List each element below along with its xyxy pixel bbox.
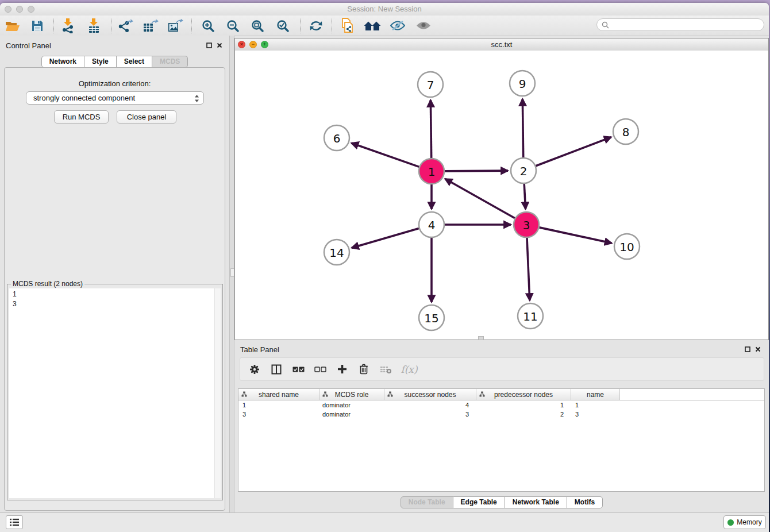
window-title: Session: New Session <box>0 3 769 16</box>
open-session-button[interactable] <box>4 17 21 34</box>
network-graph[interactable]: 7968124314101511 <box>235 51 768 340</box>
create-column-button[interactable] <box>331 364 353 374</box>
plus-icon <box>337 364 347 374</box>
panel-splitter[interactable] <box>229 36 234 513</box>
splitter-grip[interactable] <box>230 268 234 277</box>
zoom-out-button[interactable] <box>224 17 241 34</box>
list-icon <box>9 518 20 526</box>
export-table-button[interactable] <box>142 17 159 34</box>
zoom-fit-button[interactable] <box>249 17 266 34</box>
tab-style[interactable]: Style <box>84 56 117 68</box>
hide-selected-button[interactable] <box>389 17 406 34</box>
zoom-in-button[interactable] <box>199 17 217 34</box>
task-history-button[interactable] <box>6 515 23 529</box>
table-row[interactable]: 1 dominator 4 1 1 <box>238 400 764 410</box>
column-header-predecessor-nodes[interactable]: predecessor nodes <box>476 389 571 400</box>
zoom-selected-button[interactable] <box>274 17 291 34</box>
unselect-all-columns-button[interactable] <box>309 366 331 373</box>
graph-edge-3-1[interactable] <box>445 179 515 218</box>
table-row[interactable]: 3 dominator 3 2 3 <box>238 410 764 419</box>
close-panel-icon[interactable] <box>215 42 224 49</box>
graph-node-label-11: 11 <box>523 310 537 323</box>
function-builder-button[interactable]: f(x) <box>396 364 422 375</box>
show-all-button[interactable] <box>415 17 432 34</box>
tab-node-table[interactable]: Node Table <box>401 496 453 508</box>
node-table: shared name MCDS role successor nodes <box>238 388 765 492</box>
network-canvas[interactable]: 7968124314101511 <box>235 51 768 340</box>
export-network-button[interactable] <box>117 17 134 34</box>
toolbar-separator <box>332 18 332 33</box>
column-header-mcds-role[interactable]: MCDS role <box>319 389 384 400</box>
graph-edge-3-11[interactable] <box>527 238 530 300</box>
export-network-icon <box>118 19 133 33</box>
cell-mcds-role[interactable]: dominator <box>319 400 384 410</box>
search-input[interactable] <box>596 18 764 31</box>
desktop: Session: New Session <box>0 0 770 532</box>
table-settings-button[interactable] <box>244 364 265 375</box>
graph-edge-2-8[interactable] <box>536 137 611 166</box>
import-table-button[interactable] <box>85 17 102 34</box>
tab-edge-table[interactable]: Edge Table <box>453 496 505 508</box>
zoom-selected-icon <box>276 20 289 32</box>
graph-edge-1-2[interactable] <box>445 171 508 171</box>
memory-button[interactable]: Memory <box>723 515 766 529</box>
home-networks-button[interactable] <box>364 17 381 34</box>
graph-edge-1-6[interactable] <box>351 143 419 167</box>
close-panel-button[interactable]: Close panel <box>117 110 176 124</box>
cell-successor-nodes[interactable]: 4 <box>384 400 476 410</box>
column-header-name[interactable]: name <box>571 389 620 400</box>
cell-predecessor-nodes[interactable]: 2 <box>476 410 571 419</box>
column-label: successor nodes <box>404 391 456 399</box>
tab-motifs[interactable]: Motifs <box>567 496 603 508</box>
network-title-bar: × − + scc.txt <box>235 38 768 51</box>
cell-successor-nodes[interactable]: 3 <box>384 410 476 419</box>
cell-shared-name[interactable]: 3 <box>238 410 319 419</box>
fx-icon: f(x) <box>401 364 417 375</box>
import-network-button[interactable] <box>59 17 76 34</box>
refresh-button[interactable] <box>307 17 325 34</box>
graph-edge-1-7[interactable] <box>430 100 431 158</box>
column-header-shared-name[interactable]: shared name <box>238 389 319 400</box>
delete-column-button[interactable] <box>353 364 375 375</box>
delete-table-icon <box>380 365 392 374</box>
criterion-dropdown[interactable]: strongly connected component <box>26 91 204 105</box>
column-header-successor-nodes[interactable]: successor nodes <box>384 389 476 400</box>
mcds-result-line: 1 <box>9 288 221 299</box>
tab-select[interactable]: Select <box>117 56 152 68</box>
result-scrollbar[interactable] <box>214 288 221 498</box>
tab-network[interactable]: Network <box>41 56 84 68</box>
close-table-panel-icon[interactable] <box>754 346 762 353</box>
graph-edge-2-3[interactable] <box>524 184 525 209</box>
float-table-panel-icon[interactable] <box>744 346 752 353</box>
graph-node-label-10: 10 <box>619 240 634 254</box>
duplicate-network-button[interactable] <box>338 17 356 34</box>
select-all-columns-button[interactable] <box>287 366 309 373</box>
graph-node-label-4: 4 <box>428 218 436 232</box>
show-columns-button[interactable] <box>265 364 287 375</box>
cell-predecessor-nodes[interactable]: 1 <box>476 400 571 410</box>
table-toolbar: f(x) <box>240 357 764 381</box>
run-mcds-button[interactable]: Run MCDS <box>54 110 109 124</box>
float-panel-icon[interactable] <box>205 42 213 49</box>
export-image-button[interactable] <box>167 17 184 34</box>
graph-edge-4-14[interactable] <box>352 228 419 248</box>
status-bar: Memory <box>0 512 769 532</box>
delete-table-button[interactable] <box>375 365 396 374</box>
save-session-button[interactable] <box>29 17 46 34</box>
dropdown-arrows-icon <box>194 94 199 106</box>
graph-edge-2-9[interactable] <box>522 99 523 157</box>
toolbar-separator <box>300 18 301 33</box>
toolbar-separator <box>191 18 192 33</box>
tab-network-table[interactable]: Network Table <box>505 496 567 508</box>
cell-name[interactable]: 3 <box>571 410 620 419</box>
cell-name[interactable]: 1 <box>571 400 620 410</box>
graph-node-label-2: 2 <box>520 164 528 178</box>
horizontal-splitter-grip[interactable] <box>478 336 484 340</box>
tab-mcds[interactable]: MCDS <box>152 56 188 68</box>
mcds-result-textarea[interactable]: 1 3 <box>9 288 221 498</box>
graph-edge-3-10[interactable] <box>539 228 611 243</box>
graph-node-label-6: 6 <box>333 132 341 145</box>
zoom-in-icon <box>202 20 214 32</box>
cell-shared-name[interactable]: 1 <box>238 400 319 410</box>
cell-mcds-role[interactable]: dominator <box>319 410 384 419</box>
